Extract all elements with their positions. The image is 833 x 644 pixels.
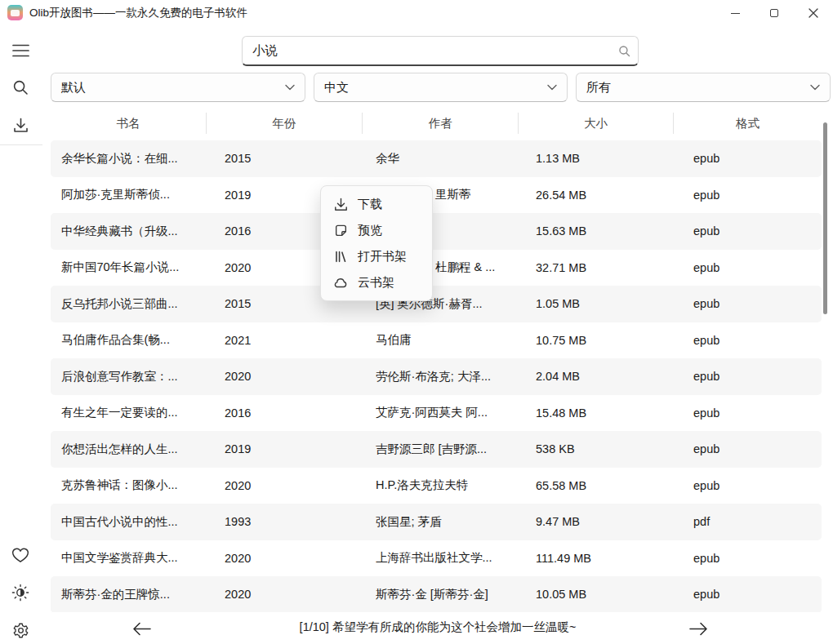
table-header-cell: 格式 [674, 113, 822, 134]
cell-format: epub [674, 152, 822, 165]
sidebar-theme-button[interactable] [10, 582, 31, 603]
cell-year: 2020 [207, 479, 363, 492]
table-row[interactable]: 有生之年一定要读的... 2016 艾萨克·阿西莫夫 阿... 15.48 MB… [51, 395, 822, 432]
chevron-down-icon [810, 84, 820, 91]
cell-size: 15.63 MB [519, 224, 674, 238]
bookshelf-icon [333, 249, 348, 264]
filter-dropdown-sort[interactable]: 默认 [51, 73, 305, 102]
cell-size: 32.71 MB [519, 261, 674, 274]
dropdown-value: 中文 [324, 80, 349, 95]
minimize-button[interactable] [715, 0, 755, 26]
table-header-cell: 作者 [363, 113, 519, 134]
hamburger-icon [12, 44, 29, 57]
table-body: 余华长篇小说：在细... 2015 余华 1.13 MB epub 阿加莎·克里… [51, 140, 822, 613]
filter-dropdown-format[interactable]: 所有 [576, 73, 831, 102]
download-icon [13, 118, 29, 133]
cell-book-name: 反乌托邦小说三部曲... [51, 296, 207, 312]
titlebar: Olib开放图书——一款永久免费的电子书软件 [0, 0, 833, 26]
table-row[interactable]: 中国文学鉴赏辞典大... 2020 上海辞书出版社文学... 111.49 MB… [51, 540, 822, 577]
table-row[interactable]: 克苏鲁神话：图像小... 2020 H.P.洛夫克拉夫特 65.58 MB ep… [51, 468, 822, 504]
cell-size: 10.75 MB [519, 334, 674, 347]
next-page-button[interactable] [688, 620, 709, 637]
cell-book-name: 阿加莎·克里斯蒂侦... [51, 187, 207, 202]
menu-item-shelf[interactable]: 打开书架 [321, 243, 432, 269]
search-input[interactable] [243, 43, 610, 58]
table-row[interactable]: 余华长篇小说：在细... 2015 余华 1.13 MB epub [51, 140, 822, 177]
books-table: 书名年份作者大小格式 余华长篇小说：在细... 2015 余华 1.13 MB … [51, 106, 822, 613]
cell-size: 9.47 MB [519, 515, 674, 528]
table-row[interactable]: 新中国70年长篇小说... 2020 杜鹏程 & ... 32.71 MB ep… [51, 250, 822, 286]
table-row[interactable]: 中华经典藏书（升级... 2016 15.63 MB epub [51, 213, 822, 250]
pager-quote: [1/10] 希望学有所成的你能为这个社会增加一丝温暖~ [42, 612, 833, 644]
sidebar-settings-button[interactable] [10, 620, 31, 641]
maximize-button[interactable] [755, 0, 794, 26]
cell-format: epub [674, 261, 822, 274]
cell-author: H.P.洛夫克拉夫特 [363, 477, 519, 493]
sidebar-menu-button[interactable] [10, 40, 31, 61]
menu-item-cloud[interactable]: 云书架 [321, 269, 432, 295]
cell-book-name: 马伯庸作品合集(畅... [51, 332, 207, 348]
table-header-cell: 大小 [519, 113, 674, 134]
footer-bar: [1/10] 希望学有所成的你能为这个社会增加一丝温暖~ [42, 612, 833, 644]
vertical-scrollbar-thumb[interactable] [823, 122, 827, 314]
cell-year: 2021 [207, 334, 363, 347]
cell-size: 1.05 MB [519, 297, 674, 310]
window-controls [715, 0, 833, 26]
cell-book-name: 你想活出怎样的人生... [51, 442, 207, 457]
cell-book-name: 有生之年一定要读的... [51, 405, 207, 420]
cell-format: epub [674, 552, 822, 565]
table-row[interactable]: 后浪创意写作教室：... 2020 劳伦斯·布洛克; 大泽... 2.04 MB… [51, 358, 822, 395]
cell-format: epub [674, 224, 822, 238]
settings-gear-icon [12, 622, 29, 639]
cell-size: 26.54 MB [519, 189, 674, 202]
download-icon [333, 197, 348, 211]
sidebar [0, 26, 42, 644]
filter-dropdown-language[interactable]: 中文 [314, 73, 568, 102]
cell-book-name: 余华长篇小说：在细... [51, 151, 207, 167]
table-header-row: 书名年份作者大小格式 [51, 106, 822, 140]
cell-book-name: 中国文学鉴赏辞典大... [51, 550, 207, 566]
context-menu: 下载 预览 打开书架 云书架 [320, 185, 433, 301]
cell-book-name: 中华经典藏书（升级... [51, 224, 207, 239]
cell-year: 2015 [207, 152, 363, 165]
cloud-icon [333, 275, 348, 290]
cell-book-name: 斯蒂芬·金的王牌惊... [51, 587, 207, 602]
cell-author: 张国星; 茅盾 [363, 514, 519, 530]
heart-icon [11, 547, 29, 563]
cell-format: epub [674, 406, 822, 420]
cell-author: 上海辞书出版社文学... [363, 550, 519, 566]
cell-book-name: 新中国70年长篇小说... [51, 260, 207, 275]
table-row[interactable]: 中国古代小说中的性... 1993 张国星; 茅盾 9.47 MB pdf [51, 504, 822, 540]
close-button[interactable] [794, 0, 833, 26]
cell-year: 1993 [207, 515, 363, 528]
sidebar-favorites-button[interactable] [10, 544, 31, 566]
table-row[interactable]: 反乌托邦小说三部曲... 2015 [英] 奥尔德斯·赫胥... 1.05 MB… [51, 286, 822, 322]
cell-year: 2020 [207, 588, 363, 601]
menu-item-download[interactable]: 下载 [321, 191, 432, 217]
cell-year: 2020 [207, 370, 363, 383]
table-row[interactable]: 阿加莎·克里斯蒂侦... 2019 里斯蒂 26.54 MB epub [51, 177, 822, 214]
cell-author: 劳伦斯·布洛克; 大泽... [363, 369, 519, 384]
cell-size: 65.58 MB [519, 479, 674, 492]
cell-size: 1.13 MB [519, 152, 674, 165]
cell-format: epub [674, 297, 822, 310]
table-row[interactable]: 斯蒂芬·金的王牌惊... 2020 斯蒂芬·金 [斯蒂芬·金] 10.05 MB… [51, 576, 822, 613]
arrow-right-icon [689, 622, 708, 636]
sidebar-search-button[interactable] [10, 77, 31, 98]
cell-size: 15.48 MB [519, 406, 674, 420]
menu-item-preview[interactable]: 预览 [321, 217, 432, 243]
close-icon [808, 8, 818, 18]
cell-author: 马伯庸 [363, 332, 519, 348]
dropdown-value: 所有 [586, 80, 611, 95]
cell-author: 艾萨克·阿西莫夫 阿... [363, 405, 519, 420]
sidebar-download-button[interactable] [10, 114, 31, 135]
search-icon [618, 45, 630, 57]
cell-format: epub [674, 189, 822, 202]
table-row[interactable]: 马伯庸作品合集(畅... 2021 马伯庸 10.75 MB epub [51, 322, 822, 359]
cell-year: 2016 [207, 406, 363, 420]
app-logo-icon [7, 5, 23, 20]
search-submit-button[interactable] [610, 45, 638, 57]
window-title: Olib开放图书——一款永久免费的电子书软件 [29, 0, 247, 26]
cell-year: 2020 [207, 552, 363, 565]
table-row[interactable]: 你想活出怎样的人生... 2019 吉野源三郎 [吉野源... 538 KB e… [51, 431, 822, 468]
